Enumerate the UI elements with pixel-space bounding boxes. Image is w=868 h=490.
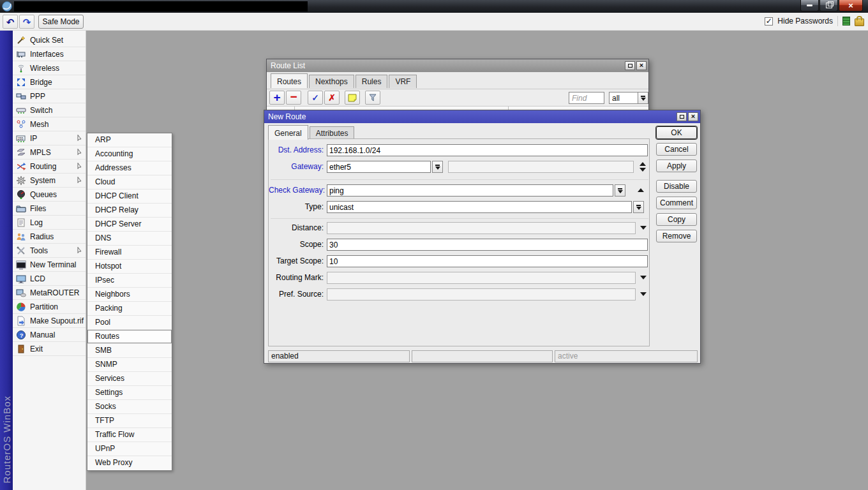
sidebar-item-exit[interactable]: Exit bbox=[13, 342, 86, 356]
enable-route-button[interactable]: ✓ bbox=[308, 91, 323, 105]
submenu-item-pool[interactable]: Pool bbox=[87, 316, 172, 330]
submenu-item-dhcp-server[interactable]: DHCP Server bbox=[87, 218, 172, 232]
new-route-titlebar[interactable]: New Route × bbox=[264, 110, 700, 123]
sidebar-item-ppp[interactable]: PPP bbox=[13, 89, 86, 103]
type-input[interactable] bbox=[327, 201, 632, 213]
submenu-item-traffic-flow[interactable]: Traffic Flow bbox=[87, 428, 172, 442]
submenu-item-accounting[interactable]: Accounting bbox=[87, 147, 172, 161]
copy-button[interactable]: Copy bbox=[656, 213, 697, 226]
submenu-item-settings[interactable]: Settings bbox=[87, 386, 172, 400]
minimize-button[interactable] bbox=[800, 0, 819, 11]
restore-button[interactable] bbox=[819, 0, 838, 11]
submenu-item-services[interactable]: Services bbox=[87, 372, 172, 386]
filter-scope-dropdown[interactable]: all bbox=[609, 92, 648, 104]
hide-passwords-checkbox[interactable]: ✓ bbox=[765, 17, 773, 26]
sidebar-item-metarouter[interactable]: MetaROUTER bbox=[13, 286, 86, 300]
remove-route-button[interactable]: − bbox=[286, 91, 301, 105]
new-route-close-button[interactable]: × bbox=[688, 112, 698, 121]
submenu-item-smb[interactable]: SMB bbox=[87, 344, 172, 358]
gateway-dropdown-button[interactable] bbox=[432, 161, 443, 173]
route-list-close-button[interactable]: × bbox=[636, 61, 647, 70]
sidebar-item-bridge[interactable]: Bridge bbox=[13, 75, 86, 89]
submenu-item-packing[interactable]: Packing bbox=[87, 302, 172, 316]
new-route-maximize-button[interactable] bbox=[677, 112, 687, 121]
type-dropdown-button[interactable] bbox=[633, 201, 644, 213]
gateway-add-remove-spinner[interactable] bbox=[640, 162, 646, 172]
pref-source-expand-arrow[interactable] bbox=[640, 292, 647, 296]
sidebar-item-new-terminal[interactable]: New Terminal bbox=[13, 258, 86, 272]
submenu-item-upnp[interactable]: UPnP bbox=[87, 442, 172, 456]
route-list-tab-vrf[interactable]: VRF bbox=[389, 75, 417, 88]
submenu-item-snmp[interactable]: SNMP bbox=[87, 358, 172, 372]
safe-mode-button[interactable]: Safe Mode bbox=[38, 15, 84, 29]
sidebar-item-switch[interactable]: Switch bbox=[13, 103, 86, 117]
sidebar-item-log[interactable]: Log bbox=[13, 216, 86, 230]
submenu-item-cloud[interactable]: Cloud bbox=[87, 175, 172, 189]
filter-scope-dropdown-button[interactable] bbox=[638, 93, 648, 103]
sidebar-item-routing[interactable]: Routing bbox=[13, 160, 86, 174]
sidebar-item-files[interactable]: Files bbox=[13, 202, 86, 216]
filter-route-button[interactable] bbox=[365, 91, 380, 105]
submenu-item-tftp[interactable]: TFTP bbox=[87, 414, 172, 428]
sidebar-item-mpls[interactable]: MPLS bbox=[13, 145, 86, 160]
close-button[interactable]: × bbox=[839, 0, 863, 11]
sidebar-item-lcd[interactable]: LCD bbox=[13, 272, 86, 286]
add-route-button[interactable]: + bbox=[269, 91, 285, 105]
sidebar-item-wireless[interactable]: Wireless bbox=[13, 61, 86, 75]
sidebar-item-tools[interactable]: Tools bbox=[13, 244, 86, 258]
route-list-tab-nexthops[interactable]: Nexthops bbox=[309, 75, 354, 88]
disable-button[interactable]: Disable bbox=[656, 180, 697, 193]
main-toolbar: ↶ ↷ Safe Mode ✓ Hide Passwords bbox=[0, 13, 868, 31]
sidebar-item-radius[interactable]: Radius bbox=[13, 230, 86, 244]
submenu-item-arp[interactable]: ARP bbox=[87, 133, 172, 147]
undo-button[interactable]: ↶ bbox=[3, 15, 18, 29]
new-route-tab-attributes[interactable]: Attributes bbox=[310, 126, 355, 140]
ok-button[interactable]: OK bbox=[656, 126, 697, 139]
submenu-item-dhcp-client[interactable]: DHCP Client bbox=[87, 189, 172, 204]
route-list-maximize-button[interactable] bbox=[625, 61, 635, 70]
check-gateway-input[interactable] bbox=[327, 184, 613, 197]
redo-button[interactable]: ↷ bbox=[19, 15, 34, 29]
submenu-item-neighbors[interactable]: Neighbors bbox=[87, 288, 172, 302]
check-gateway-dropdown-button[interactable] bbox=[615, 184, 625, 197]
comment-button[interactable]: Comment bbox=[656, 197, 697, 209]
gateway-input[interactable] bbox=[327, 161, 431, 173]
new-route-tab-general[interactable]: General bbox=[268, 125, 308, 140]
dst-address-input[interactable] bbox=[327, 144, 648, 156]
submenu-item-hotspot[interactable]: Hotspot bbox=[87, 260, 172, 274]
sidebar-item-queues[interactable]: Queues bbox=[13, 188, 86, 202]
submenu-item-dhcp-relay[interactable]: DHCP Relay bbox=[87, 204, 172, 218]
sidebar-item-quick-set[interactable]: Quick Set bbox=[13, 33, 86, 47]
sidebar-item-manual[interactable]: ?Manual bbox=[13, 328, 86, 342]
check-gateway-collapse-arrow[interactable] bbox=[638, 188, 644, 192]
sidebar-item-make-supout-rif[interactable]: Make Supout.rif bbox=[13, 314, 86, 328]
cancel-button[interactable]: Cancel bbox=[656, 143, 697, 156]
distance-expand-arrow[interactable] bbox=[640, 226, 647, 230]
routing-mark-expand-arrow[interactable] bbox=[640, 276, 647, 279]
apply-button[interactable]: Apply bbox=[656, 160, 697, 172]
sidebar-item-interfaces[interactable]: Interfaces bbox=[13, 47, 86, 61]
route-list-titlebar[interactable]: Route List × bbox=[267, 59, 648, 72]
sidebar-item-ip[interactable]: 255IP bbox=[13, 131, 86, 145]
distance-input[interactable] bbox=[327, 222, 636, 234]
pref-source-input[interactable] bbox=[327, 288, 636, 301]
sidebar-item-mesh[interactable]: Mesh bbox=[13, 117, 86, 131]
submenu-item-firewall[interactable]: Firewall bbox=[87, 246, 172, 260]
remove-button[interactable]: Remove bbox=[656, 230, 697, 242]
submenu-item-routes[interactable]: Routes bbox=[87, 330, 172, 344]
find-input[interactable] bbox=[569, 92, 604, 104]
submenu-item-dns[interactable]: DNS bbox=[87, 232, 172, 246]
comment-route-button[interactable] bbox=[345, 91, 360, 105]
target-scope-input[interactable] bbox=[327, 255, 648, 267]
disable-route-button[interactable]: ✗ bbox=[324, 91, 340, 105]
sidebar-item-system[interactable]: System bbox=[13, 174, 86, 188]
submenu-item-ipsec[interactable]: IPsec bbox=[87, 274, 172, 288]
routing-mark-input[interactable] bbox=[327, 272, 636, 284]
route-list-tab-routes[interactable]: Routes bbox=[271, 73, 308, 88]
submenu-item-socks[interactable]: Socks bbox=[87, 400, 172, 414]
submenu-item-web-proxy[interactable]: Web Proxy bbox=[87, 456, 172, 470]
scope-input[interactable] bbox=[327, 239, 648, 251]
sidebar-item-partition[interactable]: Partition bbox=[13, 300, 86, 314]
route-list-tab-rules[interactable]: Rules bbox=[355, 75, 388, 88]
submenu-item-addresses[interactable]: Addresses bbox=[87, 161, 172, 175]
